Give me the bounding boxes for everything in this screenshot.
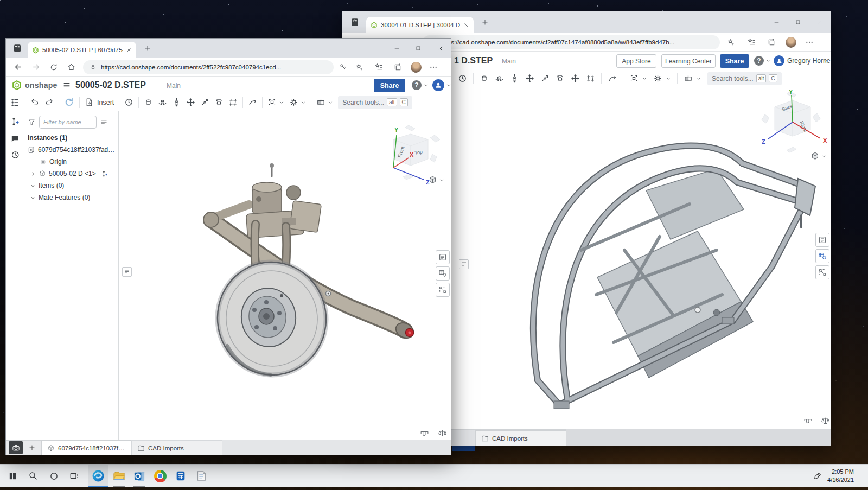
assembly-tree-icon[interactable]	[10, 98, 20, 107]
minimize-button[interactable]	[765, 11, 787, 33]
mass-properties-icon[interactable]	[438, 429, 447, 438]
browser-tab[interactable]: 30004-01 D.STEP | 30004 D	[366, 17, 474, 33]
undo-icon[interactable]	[30, 98, 40, 107]
close-button[interactable]	[429, 39, 451, 58]
panel-collapse-handle[interactable]	[122, 267, 132, 277]
browser-menu-icon[interactable]	[429, 63, 438, 72]
search-tools[interactable]: Search tools... alt C	[707, 72, 782, 85]
frame-select-chevron-icon[interactable]	[279, 100, 284, 105]
cylindrical-mate-icon[interactable]	[200, 98, 209, 107]
tree-item-document[interactable]: 6079d754c18ff21037fadc...	[23, 144, 118, 156]
section-chevron-icon[interactable]	[696, 76, 701, 81]
assembly-tools-gear-icon[interactable]	[289, 98, 298, 107]
task-view-icon[interactable]	[64, 465, 85, 487]
snap-mode-icon[interactable]	[608, 74, 617, 83]
section-view-icon[interactable]	[316, 98, 326, 107]
frame-select-icon[interactable]	[267, 98, 277, 107]
mate-connector-badge-icon[interactable]	[101, 170, 108, 177]
close-button[interactable]	[809, 11, 831, 33]
collections-icon[interactable]	[767, 38, 776, 47]
tab-assembly[interactable]: 6079d754c18ff21037fa...	[41, 440, 131, 455]
user-avatar[interactable]	[432, 79, 444, 91]
taskbar-search-icon[interactable]	[23, 465, 43, 487]
share-button[interactable]: Share	[374, 79, 405, 92]
revolute-mate-icon[interactable]	[495, 74, 504, 83]
insert-label[interactable]: Insert	[97, 99, 114, 106]
maximize-button[interactable]	[407, 39, 429, 58]
collections-icon[interactable]	[393, 63, 402, 72]
filter-funnel-icon[interactable]	[28, 118, 36, 126]
tree-item-subassembly[interactable]: 50005-02 D <1>	[23, 168, 118, 180]
assembly-tools-gear-icon[interactable]	[653, 74, 662, 83]
collapse-chevron-icon[interactable]	[30, 183, 36, 189]
taskbar-edge-icon[interactable]	[88, 465, 108, 487]
slider-mate-icon[interactable]	[510, 74, 519, 83]
browser-menu-icon[interactable]	[805, 38, 814, 47]
user-chevron-icon[interactable]	[446, 82, 451, 88]
screenshot-camera-button[interactable]	[9, 441, 23, 454]
minimize-button[interactable]	[386, 39, 407, 58]
main-menu-icon[interactable]	[62, 81, 71, 90]
tab-cad-imports[interactable]: CAD Imports	[475, 430, 566, 446]
cortana-icon[interactable]	[43, 465, 64, 487]
taskbar-notepad-icon[interactable]	[191, 465, 212, 487]
fastened-mate-icon[interactable]	[480, 74, 489, 83]
start-button[interactable]	[2, 465, 23, 487]
tree-item-items[interactable]: Items (0)	[23, 180, 118, 192]
home-icon[interactable]	[67, 62, 76, 72]
tab-cad-imports[interactable]: CAD Imports	[131, 440, 222, 455]
taskbar-file-explorer-icon[interactable]	[108, 465, 129, 487]
gear-chevron-icon[interactable]	[666, 76, 671, 81]
slider-mate-icon[interactable]	[172, 98, 181, 107]
revolute-mate-icon[interactable]	[158, 98, 167, 107]
notes-panel-icon[interactable]	[815, 233, 829, 247]
taskbar-outlook-icon[interactable]	[129, 465, 150, 487]
frame-select-chevron-icon[interactable]	[642, 76, 647, 81]
cylindrical-mate-icon[interactable]	[540, 74, 550, 83]
new-tab-button[interactable]	[144, 44, 151, 52]
parallel-mate-icon[interactable]	[228, 98, 238, 107]
gear-chevron-icon[interactable]	[301, 100, 306, 105]
bom-panel-icon[interactable]	[815, 249, 829, 263]
address-bar[interactable]: https://cad.onshape.com/documents/2ff522…	[83, 60, 334, 74]
forward-icon[interactable]	[31, 62, 41, 72]
pin-slot-mate-icon[interactable]	[214, 98, 224, 107]
taskbar-calculator-icon[interactable]	[170, 465, 191, 487]
help-chevron-icon[interactable]	[423, 82, 429, 88]
browser-tab[interactable]: 50005-02 D.STEP | 6079d754c18	[28, 42, 136, 58]
snap-mode-icon[interactable]	[248, 98, 257, 107]
pen-tray-icon[interactable]	[813, 472, 822, 480]
insert-icon[interactable]	[85, 98, 94, 107]
history-icon[interactable]	[10, 150, 20, 160]
rollback-clock-icon[interactable]	[124, 98, 133, 107]
tree-item-mate-features[interactable]: Mate Features (0)	[23, 192, 118, 203]
taskbar-clock[interactable]: 2:05 PM 4/16/2021	[827, 468, 854, 485]
section-chevron-icon[interactable]	[328, 100, 333, 105]
onshape-logo[interactable]	[11, 80, 22, 91]
section-view-icon[interactable]	[684, 74, 693, 83]
redo-icon[interactable]	[44, 98, 54, 107]
tab-close-icon[interactable]	[126, 47, 132, 53]
back-view-cube[interactable]: Back Right Y Z X	[752, 88, 831, 156]
exploded-view-panel-icon[interactable]	[815, 265, 829, 279]
help-chevron-icon[interactable]	[765, 58, 771, 63]
ball-mate-icon[interactable]	[571, 74, 580, 83]
parallel-mate-icon[interactable]	[586, 74, 595, 83]
browser-profile-avatar[interactable]	[411, 62, 422, 73]
password-key-icon[interactable]	[339, 63, 347, 71]
user-chevron-icon[interactable]	[823, 58, 828, 63]
mate-connector-icon[interactable]	[10, 117, 20, 126]
front-3d-viewport[interactable]: Top Front Y Z X	[119, 111, 451, 440]
filter-input[interactable]	[39, 116, 97, 129]
pin-slot-mate-icon[interactable]	[556, 74, 565, 83]
list-options-icon[interactable]	[100, 118, 108, 126]
new-tab-button[interactable]	[481, 18, 489, 26]
bom-panel-icon[interactable]	[436, 266, 450, 281]
rollback-clock-icon[interactable]	[458, 74, 467, 83]
planar-mate-icon[interactable]	[525, 74, 534, 83]
taskbar-chrome-icon[interactable]	[150, 465, 170, 487]
search-tools[interactable]: Search tools... alt C	[338, 96, 412, 109]
measure-caliper-icon[interactable]	[803, 416, 813, 425]
learning-center-button[interactable]: Learning Center	[661, 54, 716, 68]
collapse-chevron-icon[interactable]	[30, 195, 36, 201]
